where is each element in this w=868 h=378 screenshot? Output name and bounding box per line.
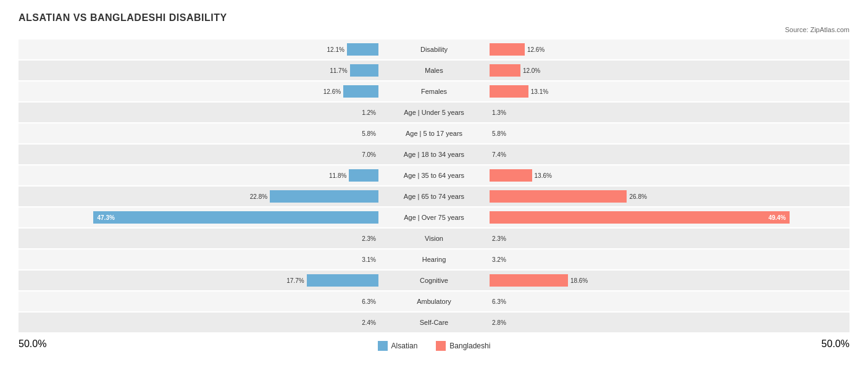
legend-alsatian-box bbox=[378, 341, 388, 351]
row-inner: 47.3% Age | Over 75 years 49.4% bbox=[19, 208, 849, 227]
bar-left: 12.1% bbox=[347, 43, 378, 56]
left-section: 3.1% bbox=[19, 250, 378, 269]
bar-right: 26.8% bbox=[490, 190, 627, 203]
center-label: Ambulatory bbox=[378, 298, 490, 305]
bar-row: 1.2% Age | Under 5 years 1.3% bbox=[19, 103, 849, 122]
value-right: 1.3% bbox=[492, 109, 506, 116]
right-section: 3.2% bbox=[490, 250, 849, 269]
left-section: 47.3% bbox=[19, 208, 378, 227]
bar-left: 22.8% bbox=[270, 190, 378, 203]
left-section: 12.6% bbox=[19, 82, 378, 101]
legend-bangladeshi: Bangladeshi bbox=[436, 341, 490, 351]
value-right: 26.8% bbox=[629, 193, 646, 200]
bar-row: 6.3% Ambulatory 6.3% bbox=[19, 292, 849, 311]
value-left: 1.2% bbox=[362, 109, 376, 116]
bar-row: 2.4% Self-Care 2.8% bbox=[19, 313, 849, 332]
center-label: Disability bbox=[378, 46, 490, 53]
center-label: Age | 35 to 64 years bbox=[378, 172, 490, 179]
row-inner: 2.4% Self-Care 2.8% bbox=[19, 313, 849, 332]
value-left: 2.4% bbox=[362, 319, 376, 326]
right-section: 18.6% bbox=[490, 271, 849, 290]
value-left: 5.8% bbox=[362, 130, 376, 137]
value-right: 49.4% bbox=[769, 214, 786, 221]
left-section: 6.3% bbox=[19, 292, 378, 311]
center-label: Age | 5 to 17 years bbox=[378, 130, 490, 137]
value-right: 12.0% bbox=[523, 67, 540, 74]
right-section: 12.6% bbox=[490, 40, 849, 59]
legend-alsatian-label: Alsatian bbox=[391, 342, 418, 350]
right-section: 49.4% bbox=[490, 208, 849, 227]
bar-left: 12.6% bbox=[343, 85, 378, 98]
value-left: 7.0% bbox=[362, 151, 376, 158]
bar-row: 11.7% Males 12.0% bbox=[19, 61, 849, 80]
source-label: Source: ZipAtlas.com bbox=[19, 26, 849, 33]
row-inner: 6.3% Ambulatory 6.3% bbox=[19, 292, 849, 311]
value-right: 7.4% bbox=[492, 151, 506, 158]
row-inner: 2.3% Vision 2.3% bbox=[19, 229, 849, 248]
chart-title: ALSATIAN VS BANGLADESHI DISABILITY bbox=[19, 12, 849, 23]
value-left: 12.6% bbox=[323, 88, 341, 95]
row-inner: 3.1% Hearing 3.2% bbox=[19, 250, 849, 269]
row-inner: 22.8% Age | 65 to 74 years 26.8% bbox=[19, 187, 849, 206]
row-inner: 12.6% Females 13.1% bbox=[19, 82, 849, 101]
bar-left: 17.7% bbox=[307, 274, 378, 287]
bar-row: 47.3% Age | Over 75 years 49.4% bbox=[19, 208, 849, 227]
right-section: 5.8% bbox=[490, 124, 849, 143]
legend-bangladeshi-label: Bangladeshi bbox=[449, 342, 490, 350]
bar-right: 13.1% bbox=[490, 85, 528, 98]
right-section: 13.1% bbox=[490, 82, 849, 101]
row-inner: 11.7% Males 12.0% bbox=[19, 61, 849, 80]
row-inner: 1.2% Age | Under 5 years 1.3% bbox=[19, 103, 849, 122]
value-left: 12.1% bbox=[327, 46, 344, 53]
right-section: 2.3% bbox=[490, 229, 849, 248]
left-section: 11.8% bbox=[19, 166, 378, 185]
value-right: 13.6% bbox=[535, 172, 552, 179]
center-label: Age | Over 75 years bbox=[378, 214, 490, 221]
right-section: 1.3% bbox=[490, 103, 849, 122]
footer-left-value: 50.0% bbox=[19, 338, 46, 350]
chart-area: 12.1% Disability 12.6% 11.7% Males bbox=[19, 40, 849, 332]
bar-row: 3.1% Hearing 3.2% bbox=[19, 250, 849, 269]
bar-row: 5.8% Age | 5 to 17 years 5.8% bbox=[19, 124, 849, 143]
bar-row: 12.1% Disability 12.6% bbox=[19, 40, 849, 59]
right-section: 7.4% bbox=[490, 145, 849, 164]
row-inner: 17.7% Cognitive 18.6% bbox=[19, 271, 849, 290]
center-label: Cognitive bbox=[378, 277, 490, 284]
value-right: 2.8% bbox=[492, 319, 506, 326]
center-label: Males bbox=[378, 67, 490, 74]
row-inner: 7.0% Age | 18 to 34 years 7.4% bbox=[19, 145, 849, 164]
value-left: 11.7% bbox=[330, 67, 347, 74]
center-label: Hearing bbox=[378, 256, 490, 263]
legend-alsatian: Alsatian bbox=[378, 341, 418, 351]
value-left: 11.8% bbox=[329, 172, 346, 179]
legend: Alsatian Bangladeshi bbox=[378, 341, 491, 351]
value-left: 3.1% bbox=[362, 256, 376, 263]
value-left: 22.8% bbox=[250, 193, 267, 200]
bar-row: 22.8% Age | 65 to 74 years 26.8% bbox=[19, 187, 849, 206]
value-right: 5.8% bbox=[492, 130, 506, 137]
value-right: 6.3% bbox=[492, 298, 506, 305]
bar-right: 49.4% bbox=[490, 211, 790, 224]
value-left: 6.3% bbox=[362, 298, 376, 305]
left-section: 22.8% bbox=[19, 187, 378, 206]
bar-row: 17.7% Cognitive 18.6% bbox=[19, 271, 849, 290]
right-section: 2.8% bbox=[490, 313, 849, 332]
row-inner: 5.8% Age | 5 to 17 years 5.8% bbox=[19, 124, 849, 143]
center-label: Vision bbox=[378, 235, 490, 242]
value-right: 2.3% bbox=[492, 235, 506, 242]
center-label: Age | 18 to 34 years bbox=[378, 151, 490, 158]
left-section: 11.7% bbox=[19, 61, 378, 80]
bar-left: 47.3% bbox=[93, 211, 378, 224]
row-inner: 12.1% Disability 12.6% bbox=[19, 40, 849, 59]
left-section: 7.0% bbox=[19, 145, 378, 164]
center-label: Females bbox=[378, 88, 490, 95]
bar-left: 11.7% bbox=[350, 64, 378, 77]
center-label: Age | Under 5 years bbox=[378, 109, 490, 116]
value-right: 3.2% bbox=[492, 256, 506, 263]
center-label: Age | 65 to 74 years bbox=[378, 193, 490, 200]
right-section: 26.8% bbox=[490, 187, 849, 206]
value-left: 17.7% bbox=[286, 277, 304, 284]
bar-right: 12.0% bbox=[490, 64, 520, 77]
left-section: 2.4% bbox=[19, 313, 378, 332]
right-section: 13.6% bbox=[490, 166, 849, 185]
